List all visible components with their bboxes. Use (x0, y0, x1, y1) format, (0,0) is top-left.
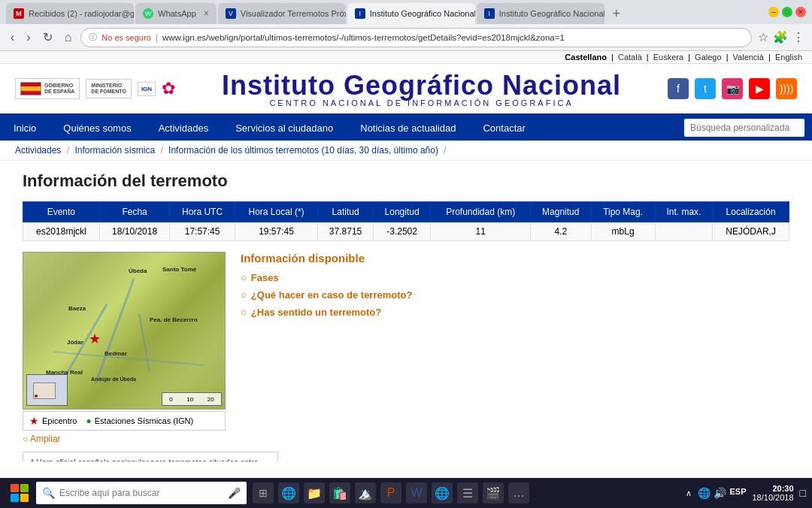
explorer-icon[interactable]: 📁 (304, 482, 325, 503)
address-insecure: No es seguro (102, 33, 150, 42)
calculator-icon[interactable]: ☰ (457, 482, 478, 503)
taskview-icon[interactable]: ⊞ (253, 482, 274, 503)
link-que-hacer[interactable]: ¿Qué hacer en caso de terremoto? (251, 289, 413, 301)
nav-actividades[interactable]: Actividades (145, 115, 222, 141)
twitter-icon[interactable]: t (695, 78, 716, 99)
tab-whatsapp-close[interactable]: × (204, 8, 209, 19)
link-has-sentido[interactable]: ¿Has sentido un terremoto? (251, 307, 381, 318)
nav-contactar[interactable]: Contactar (469, 115, 538, 141)
microphone-icon[interactable]: 🎤 (228, 487, 241, 499)
word-icon[interactable]: W (406, 482, 427, 503)
earthquake-table: Evento Fecha Hora UTC Hora Local (*) Lat… (23, 201, 789, 241)
site-title: Instituto Geográfico Nacional (175, 70, 668, 101)
network-icon[interactable]: 🌐 (698, 487, 710, 499)
tab-whatsapp[interactable]: W WhatsApp × (135, 3, 217, 24)
breadcrumb-sismica[interactable]: Información sísmica (74, 145, 155, 156)
map-label-bedmar: Bedmar (105, 350, 127, 357)
footnote: * Hora oficial española peninsular para … (23, 452, 278, 461)
lang-galego[interactable]: Galego (695, 53, 721, 62)
start-button[interactable] (6, 479, 33, 506)
tab-visualizador[interactable]: V Visualizador Terremotos Próxim... × (218, 3, 346, 24)
menu-icon[interactable]: ⋮ (792, 30, 804, 44)
youtube-icon[interactable]: ▶ (749, 78, 770, 99)
breadcrumb-actividades[interactable]: Actividades (15, 145, 61, 156)
win-minimize[interactable]: ─ (768, 7, 779, 17)
ampliar-link[interactable]: ○ Ampliar (23, 434, 226, 444)
nav-servicios[interactable]: Servicios al ciudadano (222, 115, 347, 141)
th-latitud: Latitud (318, 202, 373, 222)
lang-valencia[interactable]: Valencià (733, 53, 764, 62)
nav-inicio[interactable]: Inicio (0, 115, 50, 141)
taskbar-search-box[interactable]: 🔍 Escribe aquí para buscar 🎤 (36, 482, 247, 504)
reload-button[interactable]: ↻ (40, 29, 56, 46)
breadcrumb-ultimos[interactable]: Información de los últimos terremotos (1… (168, 145, 438, 156)
info-disponible: Información disponible Fases ¿Qué hacer … (241, 252, 789, 324)
more-icons[interactable]: … (508, 482, 529, 503)
win-close[interactable]: ✕ (795, 7, 806, 17)
main-content: Información del terremoto Evento Fecha H… (0, 161, 812, 461)
back-button[interactable]: ‹ (8, 29, 17, 46)
bookmark-icon[interactable]: ☆ (758, 30, 768, 44)
chrome-icon[interactable]: 🌐 (432, 482, 453, 503)
arrow-up-icon[interactable]: ∧ (686, 488, 692, 498)
main-nav: Inicio Quiénes somos Actividades Servici… (0, 115, 812, 141)
scale-bar: 01020 (162, 392, 222, 406)
info-title: Información disponible (241, 252, 789, 265)
store-icon[interactable]: 🛍️ (329, 482, 350, 503)
lang-indicator[interactable]: ESP (729, 487, 746, 499)
home-button[interactable]: ⌂ (62, 29, 75, 46)
rss-icon[interactable]: )))) (776, 78, 797, 99)
forward-button[interactable]: › (23, 29, 33, 46)
td-profundidad: 11 (431, 222, 531, 241)
th-magnitud: Magnitud (530, 202, 591, 222)
edge-icon[interactable]: 🌐 (278, 482, 299, 503)
facebook-icon[interactable]: f (668, 78, 689, 99)
th-longitud: Longitud (373, 202, 431, 222)
lang-english[interactable]: English (775, 53, 802, 62)
taskbar: 🔍 Escribe aquí para buscar 🎤 ⊞ 🌐 📁 🛍️ 🏔️… (0, 478, 812, 508)
tab-ign2[interactable]: I Instituto Geográfico Nacional × (477, 3, 604, 24)
epicenter-star: ★ (89, 331, 101, 347)
extensions-icon[interactable]: 🧩 (773, 30, 788, 44)
lang-catala[interactable]: Català (618, 53, 642, 62)
td-longitud: -3.2502 (373, 222, 431, 241)
link-fases[interactable]: Fases (251, 272, 279, 283)
table-row: es2018mjckl 18/10/2018 17:57:45 19:57:45… (23, 222, 789, 241)
logo-ministerio: MINISTERIO (91, 83, 126, 89)
logo-ign-small: IGN (138, 82, 156, 96)
map-legend: ★ Epicentro ● Estaciones Sísmicas (IGN) (23, 411, 226, 431)
map-label-pea: Pea. de Becerrro (150, 316, 198, 323)
tab-visualizador-label: Visualizador Terremotos Próxim... (241, 9, 346, 18)
map-label-andujar: Andújar de Úbeda (91, 376, 136, 382)
th-int-max: Int. max. (655, 202, 713, 222)
logo-cnig: ✿ (162, 79, 175, 98)
address-separator: | (156, 32, 158, 43)
lang-castellano[interactable]: Castellano (565, 53, 607, 62)
td-magnitud: 4.2 (530, 222, 591, 241)
tab-ign-active[interactable]: I Instituto Geográfico Nacional × (347, 3, 475, 24)
tab-gmail[interactable]: M Recibidos (2) - radiojodar@gma... × (6, 3, 134, 24)
td-int-max (655, 222, 713, 241)
lang-euskera[interactable]: Euskera (653, 53, 683, 62)
address-box[interactable]: ⓘ No es seguro | www.ign.es/web/ign/port… (80, 28, 752, 47)
td-hora-utc: 17:57:45 (170, 222, 235, 241)
nav-noticias[interactable]: Noticias de actualidad (347, 115, 469, 141)
map-label-baeza: Baeza (68, 305, 86, 312)
notification-icon[interactable]: □ (800, 487, 806, 499)
volume-icon[interactable]: 🔊 (714, 487, 726, 499)
search-input[interactable] (684, 119, 804, 137)
nav-quienes[interactable]: Quiénes somos (50, 115, 144, 141)
social-icons: f t 📷 ▶ )))) (668, 78, 797, 99)
tab-whatsapp-label: WhatsApp (158, 9, 196, 18)
address-url: www.ign.es/web/ign/portal/ultimos-terrem… (162, 33, 744, 42)
win-maximize[interactable]: □ (782, 7, 792, 17)
new-tab-button[interactable]: + (606, 3, 627, 24)
tab-gmail-label: Recibidos (2) - radiojodar@gma... (29, 9, 134, 18)
photos-icon[interactable]: 🏔️ (355, 482, 376, 503)
tab-ign-active-label: Instituto Geográfico Nacional (370, 9, 475, 18)
td-evento: es2018mjckl (23, 222, 100, 241)
film-icon[interactable]: 🎬 (483, 482, 504, 503)
taskbar-right: ∧ 🌐 🔊 ESP 20:30 18/10/2018 □ (686, 484, 806, 502)
instagram-icon[interactable]: 📷 (722, 78, 743, 99)
powerpoint-icon[interactable]: P (380, 482, 401, 503)
